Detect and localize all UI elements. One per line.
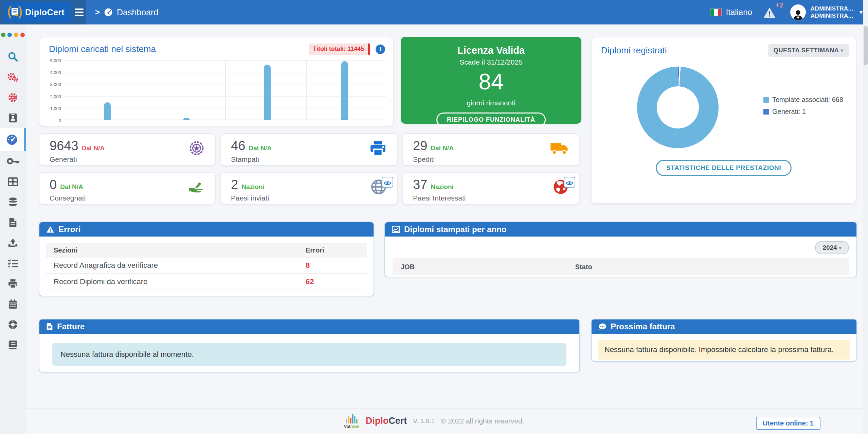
invoices-panel-header: Fatture: [39, 319, 579, 334]
stat-value: 46: [231, 139, 245, 153]
stat-label: Spediti: [413, 155, 571, 163]
sidebar-status-dots: [0, 24, 26, 37]
certificate-badge-icon: [189, 140, 204, 159]
chevron-down-icon: ▾: [860, 8, 863, 16]
gears-icon: [7, 72, 19, 82]
performance-stats-button[interactable]: STATISTICHE DELLE PRESTAZIONI: [656, 160, 792, 176]
total-titles-badge: Titoli totali: 11445: [309, 44, 370, 55]
sidebar-item-support[interactable]: [0, 314, 26, 335]
hamburger-menu-icon[interactable]: [75, 7, 86, 18]
diplocert-logo-icon: [7, 5, 22, 20]
dot-green: [1, 33, 5, 37]
errors-table: Sezioni Errori Record Anagrafica da veri…: [46, 243, 367, 290]
stat-card-generati: 9643Dal N/AGenerati: [39, 133, 216, 166]
key-icon: [5, 154, 20, 169]
checklist-icon: [7, 259, 18, 268]
bar-series-value: [183, 118, 190, 120]
user-silhouette-icon: [792, 8, 804, 20]
table-icon: [8, 177, 18, 186]
invoices-panel: Fatture Nessuna fattura disponibile al m…: [39, 319, 580, 372]
errors-table-header: Sezioni Errori: [46, 243, 367, 258]
stat-sub-label: Dal N/A: [431, 144, 454, 152]
breadcrumb-arrow: >: [95, 7, 100, 17]
next-invoice-panel-header: Prossima fattura: [592, 319, 856, 334]
errors-panel-header: Errori: [39, 222, 374, 237]
stat-value: 2: [231, 177, 238, 192]
dot-teal: [7, 33, 12, 37]
gridline: [306, 60, 307, 120]
legend-swatch-light-blue: [763, 97, 769, 103]
no-next-invoice-alert: Nessuna fattura disponibile. Impossibile…: [598, 340, 850, 360]
license-card: Licenza Valida Scade il 31/12/2025 84 gi…: [401, 37, 581, 124]
calendar-icon: [8, 299, 18, 309]
sidebar-item-id-card[interactable]: [0, 108, 26, 128]
scrollbar-thumb[interactable]: [864, 26, 868, 65]
license-title: Licenza Valida: [401, 45, 581, 56]
scrollbar-track[interactable]: [863, 0, 868, 434]
license-summary-button[interactable]: RIEPILOGO FUNZIONALITÀ: [436, 112, 546, 127]
printed-table-header: JOB Stato: [393, 258, 849, 275]
no-invoice-alert: Nessuna fattura disponibile al momento.: [52, 343, 566, 366]
notification-count-badge: +2: [776, 1, 783, 9]
book-icon: [8, 340, 18, 350]
brand-name: DiploCert: [25, 7, 65, 17]
gear-icon: [8, 92, 18, 103]
stat-sub-label: Dal N/A: [249, 144, 272, 152]
navbar-right: Italiano +2 ADM: [710, 0, 863, 24]
table-row[interactable]: Record Diplomi da verificare 62: [46, 274, 367, 290]
stat-value: 37: [413, 177, 427, 192]
stat-sub-label: Dal N/A: [82, 144, 105, 152]
sidebar-item-search[interactable]: [0, 47, 26, 67]
view-countries-button[interactable]: [382, 177, 393, 188]
stat-value: 29: [413, 139, 427, 153]
sidebar-item-checklist[interactable]: [0, 253, 26, 274]
sidebar-item-dashboard[interactable]: [0, 128, 26, 151]
error-count: 62: [306, 277, 367, 286]
period-dropdown[interactable]: QUESTA SETTIMANA ▾: [768, 44, 849, 57]
legend-item-generated: Generati: 1: [763, 108, 843, 116]
language-selector[interactable]: Italiano: [710, 7, 752, 17]
sidebar-item-settings[interactable]: [0, 87, 26, 108]
user-name-line2: ADMINISTRA...: [811, 12, 853, 19]
sidebar-item-documents[interactable]: [0, 212, 26, 233]
table-row[interactable]: Record Anagrafica da verificare 8: [46, 258, 367, 274]
stat-sub-label: Nazioni: [431, 183, 454, 191]
sidebar-item-tables[interactable]: [0, 172, 26, 192]
notifications-button[interactable]: +2: [763, 4, 779, 20]
column-stato: Stato: [575, 263, 592, 271]
info-icon[interactable]: i: [376, 45, 385, 54]
sidebar-item-system-settings[interactable]: [0, 67, 26, 87]
sidebar-item-calendar[interactable]: [0, 294, 26, 314]
registered-donut-chart: [637, 67, 719, 148]
user-menu[interactable]: ADMINISTRA... ADMINISTRA... ▾: [790, 4, 863, 20]
stat-sub-label: Dal N/A: [60, 183, 83, 191]
legend-item-templates: Template associati: 668: [763, 96, 843, 104]
errors-panel: Errori Sezioni Errori Record Anagrafica …: [39, 222, 374, 296]
sidebar-item-manual[interactable]: [0, 335, 26, 355]
valmon-logo-bars: [346, 413, 358, 423]
column-errori: Errori: [306, 246, 367, 254]
invoice-icon: [46, 323, 53, 331]
license-days-label: giorni rimanenti: [401, 99, 581, 107]
sidebar-item-print[interactable]: [0, 274, 26, 294]
stat-value: 9643: [50, 139, 78, 153]
view-countries-button[interactable]: [564, 177, 575, 188]
bar-series-value: [341, 61, 348, 120]
app-logo[interactable]: DiploCert: [5, 2, 71, 22]
sidebar-item-keys[interactable]: [0, 151, 26, 172]
stat-label: Stampati: [231, 155, 389, 163]
sidebar-item-upload[interactable]: [0, 233, 26, 253]
column-job: JOB: [393, 263, 575, 271]
valmon-logo: Valmon: [344, 413, 360, 429]
printer-icon: [369, 140, 386, 159]
printer-icon: [8, 279, 18, 289]
sidebar-item-database[interactable]: [0, 192, 26, 212]
stat-label: Generati: [50, 155, 207, 163]
dot-red: [20, 33, 25, 37]
diplocert-dashboard: DiploCert > Dashboard Italiano: [0, 0, 868, 434]
truck-icon: [550, 140, 568, 159]
bar-chart-plot: 01,0002,0003,0004,0005,000: [64, 60, 386, 120]
breadcrumb-label[interactable]: Dashboard: [117, 7, 158, 17]
printed-per-year-panel: Diplomi stampati per anno 2024 ▾ JOB Sta…: [384, 222, 857, 277]
year-dropdown[interactable]: 2024 ▾: [815, 241, 849, 254]
